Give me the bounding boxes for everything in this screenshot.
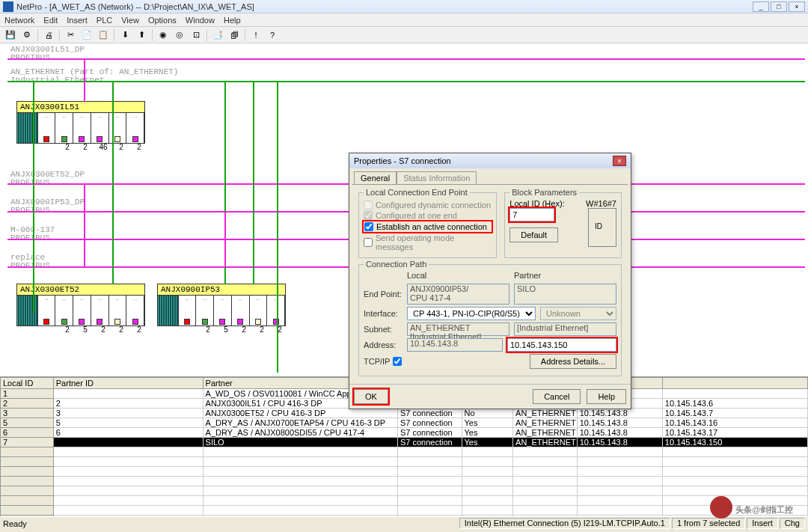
slot-addr: 2 bbox=[253, 325, 271, 334]
slot[interactable]: ... bbox=[126, 113, 144, 143]
connector-line bbox=[84, 58, 85, 102]
table-header[interactable]: Local ID bbox=[1, 378, 54, 389]
tool-a-icon[interactable]: ◉ bbox=[156, 28, 171, 42]
tool-compile-icon[interactable]: ⚙ bbox=[19, 28, 34, 42]
station[interactable]: ANJX0300IL51.................. bbox=[16, 101, 145, 144]
dialog-title: Properties - S7 connection bbox=[354, 156, 451, 165]
tool-upload-icon[interactable]: ⬆ bbox=[134, 28, 149, 42]
help-button[interactable]: Help bbox=[587, 389, 626, 404]
slot[interactable]: ... bbox=[126, 296, 144, 325]
cb-one-end bbox=[364, 211, 373, 220]
menu-help[interactable]: Help bbox=[224, 16, 241, 25]
slot-addr: 46 bbox=[94, 143, 112, 151]
tool-copy-icon[interactable]: 📄 bbox=[79, 28, 94, 42]
statusbar: Ready Intel(R) Ethernet Connection (5) I… bbox=[0, 516, 808, 530]
slot-addr: 2 bbox=[235, 325, 253, 334]
network-type: PROFIBUS bbox=[10, 261, 50, 270]
tool-cut-icon[interactable]: ✂ bbox=[63, 28, 78, 42]
table-row-empty[interactable] bbox=[1, 457, 808, 467]
slot[interactable]: ... bbox=[73, 296, 91, 325]
table-row-empty[interactable] bbox=[1, 496, 808, 506]
gbox-cpath-title: Connection Path bbox=[364, 260, 429, 269]
interface-local[interactable]: CP 443-1, PN-IO-CIP(R0/S5) bbox=[407, 307, 536, 320]
block-diagram: ID bbox=[588, 208, 616, 247]
table-row[interactable]: 55A_DRY_AS / ANJX0700ETAP54 / CPU 416-3 … bbox=[1, 418, 808, 428]
cancel-button[interactable]: Cancel bbox=[533, 389, 581, 404]
table-row-empty[interactable] bbox=[1, 506, 808, 516]
local-id-label: Local ID (Hex): bbox=[509, 199, 582, 208]
tool-c-icon[interactable]: ⊡ bbox=[189, 28, 203, 42]
slot[interactable]: ... bbox=[196, 296, 214, 325]
tool-download-icon[interactable]: ⬇ bbox=[117, 28, 132, 42]
slot-addr: 5 bbox=[217, 325, 235, 334]
table-row-empty[interactable] bbox=[1, 447, 808, 457]
tool-e-icon[interactable]: 🗐 bbox=[227, 28, 242, 42]
address-details-button[interactable]: Address Details... bbox=[530, 354, 616, 369]
table-row-empty[interactable] bbox=[1, 467, 808, 477]
maximize-button[interactable]: □ bbox=[771, 1, 787, 12]
properties-dialog: Properties - S7 connection × General Sta… bbox=[349, 153, 631, 409]
table-row[interactable]: 66A_DRY_AS / ANJX0800SDI55 / CPU 417-4S7… bbox=[1, 428, 808, 438]
tool-paste-icon[interactable]: 📋 bbox=[96, 28, 111, 42]
slot[interactable]: ... bbox=[250, 296, 268, 325]
slot[interactable]: ... bbox=[38, 113, 56, 143]
dialog-titlebar[interactable]: Properties - S7 connection × bbox=[349, 153, 631, 168]
station[interactable]: ANJX0900IP53.................. bbox=[157, 284, 286, 326]
minimize-button[interactable]: _ bbox=[753, 1, 769, 12]
tab-general[interactable]: General bbox=[354, 171, 397, 184]
slot[interactable]: ... bbox=[214, 296, 232, 325]
cb-active-connection[interactable] bbox=[364, 222, 373, 231]
tool-b-icon[interactable]: ◎ bbox=[172, 28, 187, 42]
network-line[interactable] bbox=[7, 81, 805, 82]
subnet-local: AN_ETHERNET [Industrial Ethernet] bbox=[407, 322, 509, 336]
tool-save-icon[interactable]: 💾 bbox=[3, 28, 18, 42]
slot[interactable]: ... bbox=[109, 296, 127, 325]
default-button[interactable]: Default bbox=[509, 227, 558, 242]
dialog-close-icon[interactable]: × bbox=[613, 156, 626, 166]
table-header[interactable] bbox=[662, 378, 807, 389]
local-id-input[interactable] bbox=[509, 208, 554, 221]
cb-dynamic bbox=[364, 201, 373, 210]
slot[interactable]: ... bbox=[179, 296, 197, 325]
status-connection: Intel(R) Ethernet Connection (5) I219-LM… bbox=[459, 518, 670, 529]
tool-help-icon[interactable]: ? bbox=[265, 28, 280, 42]
tab-status-info[interactable]: Status Information bbox=[397, 171, 477, 184]
endpoint-local: ANJX0900IP53/ CPU 417-4 bbox=[407, 284, 509, 305]
slot[interactable]: ... bbox=[55, 296, 73, 325]
toolbar: 💾 ⚙ 🖨 ✂ 📄 📋 ⬇ ⬆ ◉ ◎ ⊡ 📑 🗐 ! ? bbox=[0, 27, 808, 43]
table-row-empty[interactable] bbox=[1, 516, 808, 517]
lbl-subnet: Subnet: bbox=[364, 325, 404, 334]
table-row-empty[interactable] bbox=[1, 477, 808, 486]
table-row[interactable]: 7SILOS7 connectionYesAN_ETHERNET ...10.1… bbox=[1, 438, 808, 447]
table-row[interactable]: 33ANJX0300ET52 / CPU 416-3 DPS7 connecti… bbox=[1, 409, 808, 418]
close-button[interactable]: × bbox=[789, 1, 805, 12]
connector-line bbox=[224, 212, 226, 267]
table-header[interactable]: Partner ID bbox=[53, 378, 203, 389]
menu-insert[interactable]: Insert bbox=[67, 16, 88, 25]
slot[interactable]: ... bbox=[38, 296, 56, 325]
menu-window[interactable]: Window bbox=[186, 16, 215, 25]
cb-send-mode[interactable] bbox=[364, 238, 373, 247]
cb-tcpip[interactable] bbox=[393, 357, 402, 366]
ok-button[interactable]: OK bbox=[354, 389, 388, 404]
menu-options[interactable]: Options bbox=[148, 16, 177, 25]
network-line[interactable] bbox=[7, 58, 805, 60]
menu-view[interactable]: View bbox=[121, 16, 139, 25]
slot[interactable]: ... bbox=[73, 113, 91, 143]
slot[interactable]: ... bbox=[91, 296, 109, 325]
address-partner[interactable] bbox=[507, 338, 616, 352]
network-type: PROFIBUS bbox=[10, 178, 50, 187]
menu-edit[interactable]: Edit bbox=[43, 16, 58, 25]
station[interactable]: ANJX0300ET52.................. bbox=[16, 284, 145, 326]
table-row-empty[interactable] bbox=[1, 486, 808, 496]
station-name: ANJX0300IL51 bbox=[17, 102, 144, 113]
tool-d-icon[interactable]: 📑 bbox=[210, 28, 225, 42]
slot[interactable]: ... bbox=[232, 296, 250, 325]
menu-plc[interactable]: PLC bbox=[97, 16, 112, 25]
slot[interactable]: ... bbox=[55, 113, 73, 143]
menu-network[interactable]: Network bbox=[4, 16, 34, 25]
network-type: PROFIBUS bbox=[10, 206, 50, 215]
tool-warn-icon[interactable]: ! bbox=[248, 28, 263, 42]
slot[interactable]: ... bbox=[91, 113, 109, 143]
tool-print-icon[interactable]: 🖨 bbox=[41, 28, 56, 42]
